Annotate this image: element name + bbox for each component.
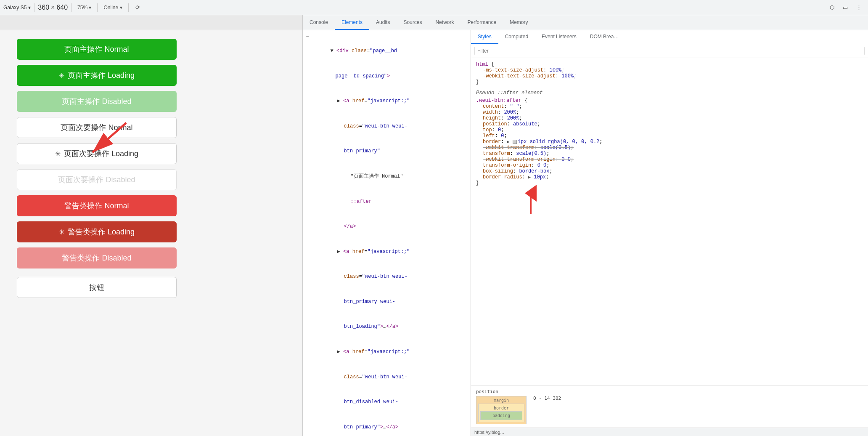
dom-line[interactable]: btn_primary">…</a> [303,415,471,436]
css-transform-origin-prop: transform-origin: 0 0; [476,162,863,168]
main-area: 页面主操作 Normal ✳页面主操作 Loading 页面主操作 Disabl… [0,30,868,436]
tab-memory[interactable]: Memory [503,15,535,30]
css-webkit-transform-origin-prop: -webkit-transform-origin: 0 0; [476,157,863,162]
devtools-tabs: Console Elements Audits Sources Network … [0,15,868,30]
more-options-btn[interactable]: ⋮ [853,2,865,13]
tab-console[interactable]: Console [303,15,335,30]
loading-spinner-3: ✳ [59,228,64,236]
css-border-radius-prop: border-radius: ▶ 10px; [476,174,863,180]
tab-sources[interactable]: Sources [397,15,429,30]
dom-tree: … ▼ <div class="page__bd page__bd_spacin… [303,30,471,436]
device-width: 360 [38,4,49,11]
divider-1 [34,3,34,12]
dom-line[interactable]: ▶ <a href="javascript:;" [303,89,471,114]
dom-line[interactable]: page__bd_spacing"> [303,64,471,89]
dom-line[interactable]: ▶ <a href="javascript:;" [303,340,471,365]
zoom-selector[interactable]: 75% ▾ [75,4,94,11]
tab-network[interactable]: Network [429,15,460,30]
divider-2 [71,3,71,12]
css-html-section: html { -ms-text-size-adjust: 100%; -webk… [476,61,863,85]
btn-default-normal[interactable]: 页面次要操作 Normal [17,117,177,138]
css-position-prop: position: absolute; [476,121,863,127]
styles-panel: Styles Computed Event Listeners DOM Brea… [471,30,868,436]
dom-panel: … ▼ <div class="page__bd page__bd_spacin… [303,30,471,436]
pseudo-element-header: Pseudo ::after element [476,90,863,96]
tab-event-listeners[interactable]: Event Listeners [535,30,583,44]
tab-elements[interactable]: Elements [335,15,369,30]
dom-line[interactable]: class="weui-btn weui- [303,264,471,290]
btn-default-loading[interactable]: ✳页面次要操作 Loading [17,143,177,164]
device-name: Galaxy S5 [3,5,26,11]
dom-line[interactable]: ▼ <div class="page__bd [303,39,471,64]
css-box-sizing-prop: box-sizing: border-box; [476,168,863,174]
btn-primary-disabled: 页面主操作 Disabled [17,91,177,112]
tab-audits[interactable]: Audits [369,15,397,30]
tab-computed[interactable]: Computed [498,30,535,44]
btn-default-disabled: 页面次要操作 Disabled [17,169,177,190]
css-prop-row-2: -webkit-text-size-adjust: 100%; [476,73,863,79]
rotate-icon[interactable]: ⟳ [132,2,144,13]
dom-line[interactable]: btn_loading">…</a> [303,314,471,340]
box-val-14: 14 [545,396,550,401]
divider-3 [97,3,98,12]
styles-filter-container [471,44,868,58]
dom-line[interactable]: ▶ <a href="javascript:;" [303,239,471,265]
btn-warn-disabled: 警告类操作 Disabled [17,247,177,269]
cursor-tool-btn[interactable]: ⬡ [826,2,838,13]
css-webkit-transform-prop: -webkit-transform: scale(0.5); [476,145,863,151]
css-content-prop: content: " "; [476,104,863,109]
dom-line[interactable]: btn_primary weui- [303,290,471,315]
status-url: https://y.blog... [474,430,504,435]
dom-line[interactable]: </a> [303,214,471,239]
dom-line[interactable]: class="weui-btn weui- [303,114,471,139]
css-height-prop: height: 200%; [476,115,863,121]
button-group: 页面主操作 Normal ✳页面主操作 Loading 页面主操作 Disabl… [17,39,286,298]
mobile-panel: 页面主操作 Normal ✳页面主操作 Loading 页面主操作 Disabl… [0,30,303,436]
device-height: 640 [56,4,68,11]
tab-performance[interactable]: Performance [460,15,503,30]
mobile-content: 页面主操作 Normal ✳页面主操作 Loading 页面主操作 Disabl… [0,30,302,436]
device-dropdown-icon[interactable]: ▾ [28,5,31,11]
box-model-diagram: position margin border padding [476,389,527,424]
styles-tabs: Styles Computed Event Listeners DOM Brea… [471,30,868,44]
dom-line[interactable]: class="weui-btn weui- [303,364,471,390]
device-selector: Galaxy S5 ▾ [3,5,31,11]
css-transform-prop: transform: scale(0.5); [476,151,863,157]
tab-dom-breakpoints[interactable]: DOM Brea… [583,30,626,44]
arrow-annotation-2 [510,191,552,216]
dom-line[interactable]: ::after [303,189,471,214]
css-selector-weui: .weui-btn:after { [476,98,863,104]
btn-primary-normal[interactable]: 页面主操作 Normal [17,39,177,60]
color-swatch [513,140,517,144]
dom-line[interactable]: btn_disabled weui- [303,390,471,415]
dom-line[interactable]: btn_primary" [303,139,471,164]
btn-warn-normal[interactable]: 警告类操作 Normal [17,195,177,216]
status-bar: https://y.blog... [471,428,868,436]
top-toolbar: Galaxy S5 ▾ 360 × 640 75% ▾ Online ▾ ⟳ ⬡… [0,0,868,15]
btn-warn-loading[interactable]: ✳警告类操作 Loading [17,221,177,242]
divider-4 [128,3,129,12]
styles-content: html { -ms-text-size-adjust: 100%; -webk… [471,58,868,385]
box-model-title: position [476,389,527,394]
css-width-prop: width: 200%; [476,109,863,115]
network-selector[interactable]: Online ▾ [101,4,124,11]
btn-primary-loading[interactable]: ✳页面主操作 Loading [17,65,177,86]
css-prop-row: -ms-text-size-adjust: 100%; [476,67,863,73]
dom-line[interactable]: "页面主操作 Normal" [303,164,471,189]
css-selector-html: html { [476,61,863,67]
device-frame-btn[interactable]: ▭ [839,2,851,13]
css-weui-section: .weui-btn:after { content: " "; width: 2… [476,98,863,186]
dom-dots: … [303,32,471,39]
css-border-prop: border: ▶ 1px solid rgba(0, 0, 0, 0.2; [476,139,863,145]
css-top-prop: top: 0; [476,127,863,133]
btn-plain[interactable]: 按钮 [17,277,177,298]
loading-spinner-1: ✳ [59,72,64,80]
arrow-annotation-area [476,191,863,216]
box-model-area: position margin border padding [471,385,868,428]
loading-spinner-2: ✳ [55,150,61,158]
css-left-prop: left: 0; [476,133,863,139]
dim-cross: × [51,4,55,11]
tab-styles[interactable]: Styles [471,30,498,44]
styles-filter-input[interactable] [474,47,865,55]
box-val-302: 302 [553,396,561,401]
